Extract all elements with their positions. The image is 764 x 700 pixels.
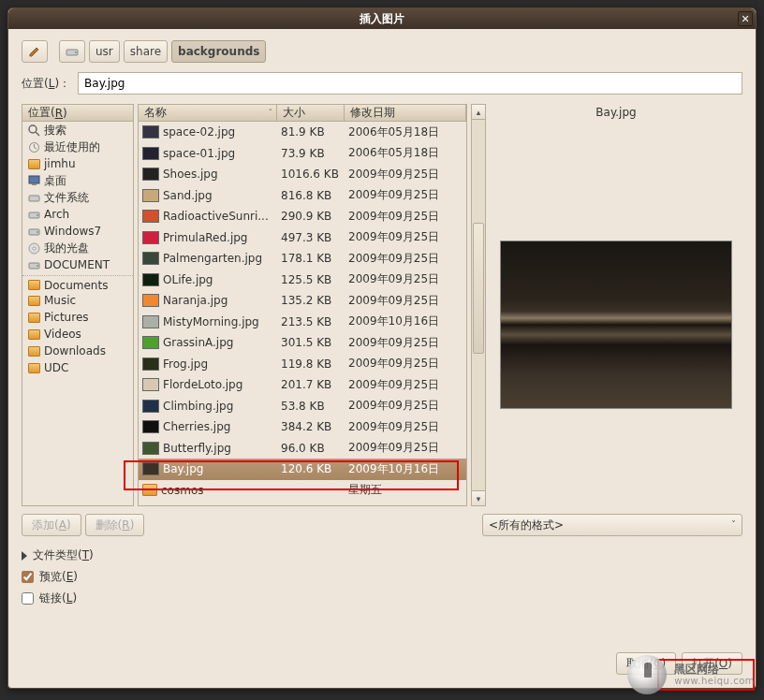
file-row[interactable]: space-02.jpg81.9 KB2006年05月18日 bbox=[139, 122, 466, 143]
file-date-cell: 2009年10月16日 bbox=[345, 461, 466, 477]
file-row[interactable]: Cherries.jpg384.2 KB2009年09月25日 bbox=[139, 416, 466, 438]
file-date-cell: 2009年09月25日 bbox=[345, 440, 466, 456]
location-input[interactable] bbox=[78, 72, 742, 95]
places-item[interactable]: 搜索 bbox=[22, 122, 133, 139]
titlebar[interactable]: 插入图片 ✕ bbox=[8, 8, 756, 29]
places-item[interactable]: Documents bbox=[22, 275, 133, 292]
svg-point-11 bbox=[37, 231, 38, 233]
link-checkbox[interactable] bbox=[22, 592, 34, 605]
file-row[interactable]: GrassinA.jpg301.5 KB2009年09月25日 bbox=[139, 332, 466, 354]
format-select[interactable]: <所有的格式> ˇ bbox=[482, 514, 742, 536]
scroll-track[interactable] bbox=[472, 120, 485, 490]
edit-path-button[interactable] bbox=[22, 40, 48, 63]
places-item-label: 我的光盘 bbox=[44, 241, 89, 256]
places-header[interactable]: 位置(R) bbox=[22, 105, 133, 122]
file-row[interactable]: Bay.jpg120.6 KB2009年10月16日 bbox=[139, 459, 466, 480]
places-item[interactable]: Windows7 bbox=[22, 223, 133, 240]
path-segment-usr[interactable]: usr bbox=[89, 40, 120, 63]
file-thumbnail-icon bbox=[142, 168, 159, 181]
preview-checkbox[interactable] bbox=[22, 571, 34, 583]
places-item[interactable]: Arch bbox=[22, 206, 133, 223]
scroll-down-button[interactable]: ▾ bbox=[472, 490, 485, 505]
remove-place-button[interactable]: 删除(R) bbox=[85, 514, 145, 536]
column-name[interactable]: 名称ˇ bbox=[139, 105, 277, 121]
places-item-label: DOCUMENT bbox=[44, 258, 110, 271]
file-date-cell: 2009年09月25日 bbox=[345, 398, 466, 414]
path-toolbar: usr share backgrounds bbox=[22, 40, 742, 63]
column-size[interactable]: 大小 bbox=[277, 105, 345, 121]
path-segment-backgrounds[interactable]: backgrounds bbox=[171, 40, 266, 63]
file-name-cell: Palmengarten.jpg bbox=[139, 252, 277, 265]
link-checkbox-row[interactable]: 链接(L) bbox=[22, 591, 742, 606]
svg-rect-7 bbox=[29, 196, 39, 201]
svg-point-9 bbox=[37, 214, 38, 216]
scroll-thumb[interactable] bbox=[473, 223, 484, 354]
file-row[interactable]: cosmos星期五 bbox=[139, 480, 466, 502]
file-row[interactable]: Butterfly.jpg96.0 KB2009年09月25日 bbox=[139, 438, 466, 459]
file-thumbnail-icon bbox=[142, 420, 159, 433]
svg-line-3 bbox=[36, 132, 39, 136]
preview-filename: Bay.jpg bbox=[595, 106, 636, 119]
places-item-label: Music bbox=[44, 294, 76, 307]
places-item[interactable]: Music bbox=[22, 292, 133, 309]
file-list[interactable]: space-02.jpg81.9 KB2006年05月18日space-01.j… bbox=[139, 122, 466, 505]
file-date-cell: 2009年09月25日 bbox=[345, 377, 466, 393]
places-item[interactable]: DOCUMENT bbox=[22, 256, 133, 273]
file-row[interactable]: Sand.jpg816.8 KB2009年09月25日 bbox=[139, 185, 466, 207]
watermark-title: 黑区网络 bbox=[674, 664, 755, 676]
drive-root-button[interactable] bbox=[59, 40, 85, 63]
scroll-up-button[interactable]: ▴ bbox=[472, 105, 485, 120]
file-row[interactable]: RadioactiveSunri...290.9 KB2009年09月25日 bbox=[139, 206, 466, 227]
file-date-cell: 2009年09月25日 bbox=[345, 167, 466, 182]
file-thumbnail-icon bbox=[142, 210, 159, 223]
places-list: 搜索最近使用的jimhu桌面文件系统ArchWindows7我的光盘DOCUME… bbox=[22, 122, 133, 505]
places-item[interactable]: Pictures bbox=[22, 309, 133, 326]
places-pane: 位置(R) 搜索最近使用的jimhu桌面文件系统ArchWindows7我的光盘… bbox=[22, 104, 134, 506]
places-item[interactable]: 文件系统 bbox=[22, 189, 133, 206]
file-row[interactable]: Climbing.jpg53.8 KB2009年09月25日 bbox=[139, 396, 466, 417]
file-thumbnail-icon bbox=[142, 442, 159, 455]
file-name-cell: RadioactiveSunri... bbox=[139, 210, 277, 223]
file-name-cell: cosmos bbox=[139, 484, 277, 497]
file-row[interactable]: Shoes.jpg1016.6 KB2009年09月25日 bbox=[139, 164, 466, 185]
svg-point-15 bbox=[37, 265, 38, 267]
file-thumbnail-icon bbox=[142, 400, 159, 413]
path-segment-share[interactable]: share bbox=[124, 40, 168, 63]
file-name-cell: Shoes.jpg bbox=[139, 168, 277, 181]
file-pane: 名称ˇ 大小 修改日期 space-02.jpg81.9 KB2006年05月1… bbox=[138, 104, 467, 506]
places-buttons: 添加(A) 删除(R) bbox=[22, 514, 144, 536]
file-row[interactable]: Frog.jpg119.8 KB2009年09月25日 bbox=[139, 354, 466, 375]
add-place-button[interactable]: 添加(A) bbox=[22, 514, 81, 536]
file-size-cell: 119.8 KB bbox=[277, 357, 345, 371]
filetype-expander[interactable]: 文件类型(T) bbox=[22, 547, 742, 563]
places-item[interactable]: UDC bbox=[22, 359, 133, 376]
places-item[interactable]: jimhu bbox=[22, 155, 133, 172]
file-size-cell: 301.5 KB bbox=[277, 336, 345, 349]
dialog-content: usr share backgrounds 位置(L)： 位置(R) 搜索最近使… bbox=[8, 29, 756, 618]
file-date-cell: 2009年09月25日 bbox=[345, 335, 466, 351]
places-item-label: Windows7 bbox=[44, 225, 101, 238]
file-row[interactable]: Palmengarten.jpg178.1 KB2009年09月25日 bbox=[139, 248, 466, 270]
close-button[interactable]: ✕ bbox=[738, 11, 753, 26]
places-item[interactable]: 最近使用的 bbox=[22, 139, 133, 155]
preview-checkbox-row[interactable]: 预览(E) bbox=[22, 569, 742, 585]
file-size-cell: 213.5 KB bbox=[277, 315, 345, 328]
places-item[interactable]: Downloads bbox=[22, 343, 133, 359]
file-size-cell: 120.6 KB bbox=[277, 462, 345, 475]
file-row[interactable]: Naranja.jpg135.2 KB2009年09月25日 bbox=[139, 290, 466, 312]
file-row[interactable]: space-01.jpg73.9 KB2006年05月18日 bbox=[139, 143, 466, 165]
places-item[interactable]: Videos bbox=[22, 326, 133, 343]
under-row: 添加(A) 删除(R) <所有的格式> ˇ bbox=[22, 514, 742, 536]
file-scrollbar[interactable]: ▴ ▾ bbox=[471, 104, 486, 506]
folder-icon bbox=[27, 361, 40, 374]
file-row[interactable]: OLife.jpg125.5 KB2009年09月25日 bbox=[139, 270, 466, 291]
places-item[interactable]: 桌面 bbox=[22, 172, 133, 189]
file-row[interactable]: PrimulaRed.jpg497.3 KB2009年09月25日 bbox=[139, 227, 466, 249]
column-modified[interactable]: 修改日期 bbox=[345, 105, 466, 121]
preview-pane: Bay.jpg bbox=[490, 104, 742, 506]
folder-icon bbox=[27, 311, 40, 324]
file-row[interactable]: MistyMorning.jpg213.5 KB2009年10月16日 bbox=[139, 312, 466, 333]
file-row[interactable]: FlordeLoto.jpg201.7 KB2009年09月25日 bbox=[139, 374, 466, 396]
file-size-cell: 73.9 KB bbox=[277, 147, 345, 160]
places-item[interactable]: 我的光盘 bbox=[22, 240, 133, 256]
